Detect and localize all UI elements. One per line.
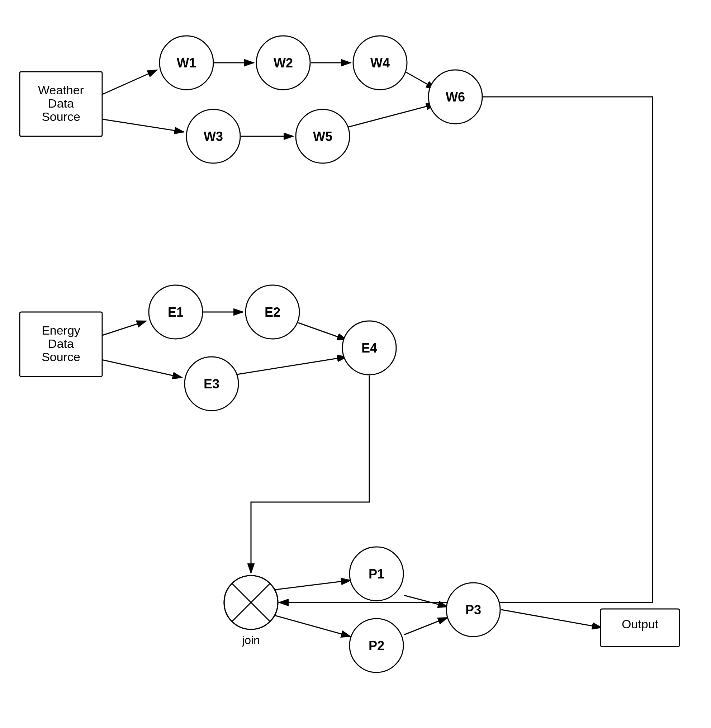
arrow-p3-output — [501, 610, 602, 628]
w2-label: W2 — [274, 56, 293, 70]
w5-label: W5 — [313, 129, 332, 144]
arrow-energy-e1 — [97, 321, 146, 337]
p1-label: P1 — [369, 567, 384, 581]
energy-source-label-3: Source — [41, 350, 80, 364]
e4-label: E4 — [361, 341, 377, 355]
weather-source-label-2: Data — [48, 96, 74, 110]
weather-source-label-1: Weather — [38, 83, 84, 97]
energy-source-label-1: Energy — [41, 323, 80, 337]
arrow-weather-w1 — [97, 70, 157, 97]
w1-label: W1 — [177, 56, 196, 70]
diagram-svg: Weather Data Source Energy Data Source O… — [0, 0, 711, 728]
p2-label: P2 — [369, 638, 384, 653]
arrow-p2-p3 — [404, 617, 447, 635]
arrow-e3-e4 — [235, 357, 347, 375]
output-label: Output — [622, 617, 659, 631]
e2-label: E2 — [265, 305, 280, 319]
arrow-e4-join — [251, 375, 369, 573]
arrow-w6-join — [279, 97, 652, 602]
arrow-energy-e3 — [97, 359, 182, 378]
arrow-e2-e4 — [298, 323, 347, 340]
p3-label: P3 — [465, 602, 481, 617]
arrow-join-p2 — [273, 615, 351, 636]
diagram-container: Weather Data Source Energy Data Source O… — [0, 0, 711, 728]
weather-source-label-3: Source — [41, 110, 80, 123]
e1-label: E1 — [168, 305, 184, 319]
arrow-w5-w6 — [347, 104, 436, 127]
energy-source-label-2: Data — [48, 337, 74, 350]
e3-label: E3 — [204, 377, 220, 391]
arrow-weather-w3 — [97, 118, 184, 132]
w6-label: W6 — [445, 90, 465, 104]
w4-label: W4 — [370, 56, 390, 70]
join-label: join — [242, 633, 260, 647]
arrow-join-p1 — [273, 580, 351, 590]
arrow-p1-p3 — [404, 595, 447, 607]
w3-label: W3 — [204, 129, 223, 144]
